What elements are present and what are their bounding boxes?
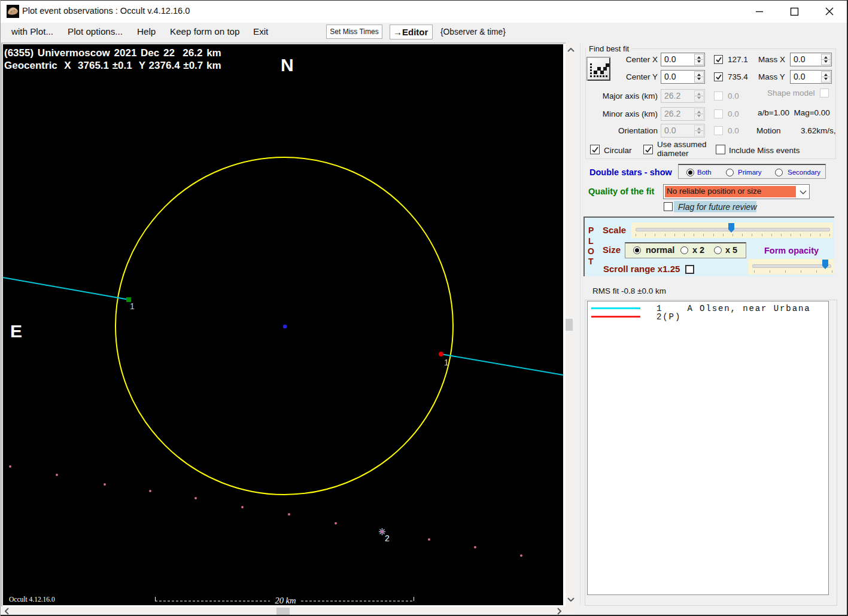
svg-text:1: 1 [130,301,135,311]
svg-text:1: 1 [444,358,449,367]
svg-text:2: 2 [385,533,390,543]
svg-text:(6355) Univermoscow 2021 Dec 2: (6355) Univermoscow 2021 Dec 22 26.2 km [4,47,221,59]
svg-text:Occult 4.12.16.0: Occult 4.12.16.0 [9,596,55,603]
svg-text:E: E [10,321,22,341]
svg-text:N: N [281,55,294,75]
svg-text:Geocentric X 3765.1 ±0.1 Y: Geocentric X 3765.1 ±0.1 Y 2376.4 ±0.7 k… [4,60,221,71]
svg-text:20 km: 20 km [275,596,296,605]
